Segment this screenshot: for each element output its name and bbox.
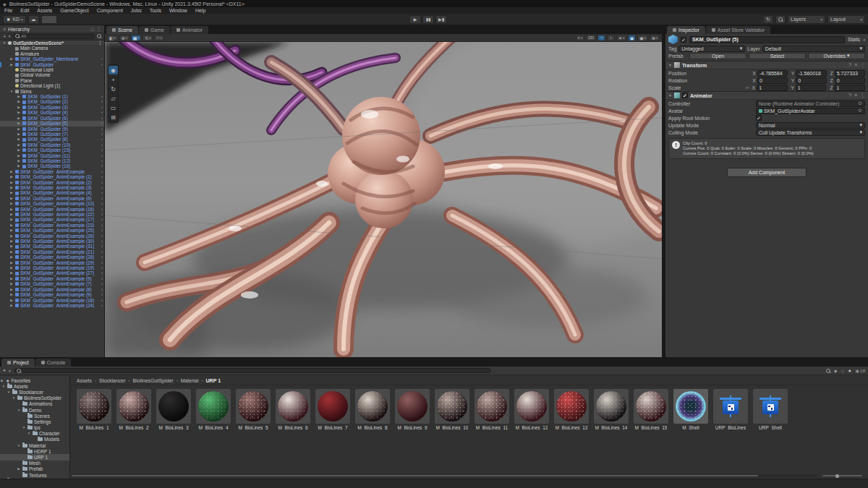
scene-viewport[interactable]: ◄ Persp ◉+↻▱▭⊞ [105,42,662,357]
hierarchy-item[interactable]: ▶SKM_GutSpider (2)› [0,99,104,104]
breadcrumb-item[interactable]: Material [181,378,199,383]
presets-icon[interactable]: ≡ [854,93,857,98]
animator-enabled-checkbox[interactable]: ✓ [682,93,688,98]
search-options-icon[interactable] [97,34,101,38]
avatar-field[interactable]: SKM_GutSpiderAvatar⊙ [756,108,865,114]
hierarchy-item[interactable]: ▶SKM_GutSpider_AnimExample (1)› [0,174,104,179]
folder-item-mesh[interactable]: Mesh [0,461,69,466]
static-dropdown[interactable]: ▾ [863,38,865,42]
asset-cell[interactable]: M_BioLines_14 [594,389,629,430]
foldout-arrow[interactable]: ▶ [9,276,14,281]
component-menu-icon[interactable]: ⋮ [860,62,865,68]
object-picker-icon[interactable]: ⊙ [858,100,862,106]
animator-foldout[interactable]: ▼ [668,93,672,98]
favorites-star-icon[interactable]: ★ [848,368,851,373]
hierarchy-item[interactable]: ▶SKM_GutSpider_AnimExample (29)› [0,260,104,265]
foldout-arrow[interactable]: ▶ [9,265,14,270]
foldout-arrow[interactable]: ▶ [17,163,21,168]
folder-item-scenes[interactable]: Scenes [0,413,69,419]
folder-item-demo[interactable]: ▼Demo [0,407,69,413]
asset-cell[interactable]: M_BioLines_13 [554,389,589,430]
transform-foldout[interactable]: ▼ [668,63,672,67]
folder-item-character[interactable]: ▼Character [0,431,69,437]
foldout-arrow[interactable]: ▶ [17,467,21,471]
hierarchy-item[interactable]: Global Volume [0,72,104,77]
prefab-open-arrow[interactable]: › [101,163,103,168]
foldout-arrow[interactable]: ▶ [9,244,14,249]
hierarchy-item[interactable]: Armature [0,51,104,56]
prefab-open-arrow[interactable]: › [101,196,103,201]
foldout-arrow[interactable]: ▶ [9,239,14,244]
foldout-arrow[interactable]: ▶ [9,260,14,265]
create-button[interactable]: + [3,33,7,40]
global-search-button[interactable] [775,15,786,24]
hierarchy-item[interactable]: ▶SKM_GutSpider_AnimExample (24)› [0,303,104,308]
grid-snap-icon[interactable]: ▦▾ [131,35,142,41]
hierarchy-item[interactable]: ▶SKM_GutSpider_AnimExample (8)› [0,287,104,292]
hierarchy-item[interactable]: ▶SKM_GutSpider (6)› [0,116,104,121]
asset-cell[interactable]: M_Shell [673,389,708,430]
hierarchy-item[interactable]: ▶SKM_GutSpider (15)› [0,147,104,153]
tab-asset-store-validator[interactable]: Asset Store Validator [706,26,770,34]
prefab-open-arrow[interactable]: › [101,137,103,142]
menu-item-file[interactable]: File [4,8,12,13]
asset-cell[interactable]: M_BioLines_8 [355,389,390,430]
2d-toggle[interactable]: 2D [586,35,596,41]
rotation-x-field[interactable]: 0 [757,77,788,84]
hierarchy-item[interactable]: ▶SKM_GutSpider_AnimExample (26)› [0,234,104,239]
folder-item-assets[interactable]: ▼Assets [0,383,69,389]
hierarchy-item[interactable]: Plane [0,78,104,83]
hierarchy-search-input[interactable]: All [12,34,95,39]
asset-cell[interactable]: URP_BioLines [713,389,748,430]
prefab-open-arrow[interactable]: › [101,249,103,254]
breadcrumb-item[interactable]: BiolinesGutSpider [133,378,174,383]
foldout-arrow[interactable]: ▶ [9,207,14,212]
foldout-arrow[interactable]: ▼ [9,89,14,94]
hierarchy-item[interactable]: ▶SKM_GutSpider (7)› [0,132,104,137]
favorites-item[interactable]: ▶★Favorites [0,377,69,383]
hierarchy-item[interactable]: ▶SKM_GutSpider (9)› [0,127,104,132]
hierarchy-item[interactable]: ▶SKM_GutSpider_AnimExample (22)› [0,212,104,217]
asset-cell[interactable]: URP_Shell [753,389,788,430]
hierarchy-item[interactable]: ▶SKM_GutSpider (3)› [0,105,104,110]
hierarchy-item[interactable]: ▼GutSpiderDemoScene*⋮ [0,40,104,46]
asset-cell[interactable]: M_BioLines_1 [77,389,111,430]
prefab-open-arrow[interactable]: › [101,201,103,206]
prefab-open-arrow[interactable]: › [101,212,103,217]
tab-scene[interactable]: Scene [106,26,138,34]
gameobject-name-field[interactable]: SKM_GutSpider (5) [689,36,845,43]
prefab-open-arrow[interactable]: › [101,180,103,185]
hierarchy-item[interactable]: ▶SKM_GutSpider_AnimExample (3)› [0,185,104,190]
gizmos-menu-icon[interactable]: ⊕▾ [650,35,660,41]
magnet-snap-icon[interactable]: ∩▾ [154,35,163,41]
menu-item-tools[interactable]: Tools [150,8,161,13]
foldout-arrow[interactable]: ▶ [17,153,21,158]
scale-tool-icon[interactable]: ▱ [109,94,118,103]
hierarchy-item[interactable]: ▶SKM_GutSpider_AnimExample (25)› [0,228,104,233]
scene-visibility-icon[interactable]: ◉ [628,35,636,41]
hierarchy-item[interactable]: ▶SKM_GutSpider_AnimExample› [0,169,104,174]
prefab-open-arrow[interactable]: › [101,190,103,195]
prefab-open-arrow[interactable]: › [101,281,103,286]
prefab-open-arrow[interactable]: › [101,116,103,121]
folder-item-textures[interactable]: Textures [0,472,69,478]
hierarchy-item[interactable]: ▶SKM_GutSpider (4)› [0,110,104,115]
foldout-arrow[interactable]: ▶ [9,185,14,190]
breadcrumb-item[interactable]: Stocklancer [99,378,126,383]
thumbnail-zoom-slider[interactable] [822,474,862,478]
hierarchy-item[interactable]: ▶SKM_GutSpider_AnimExample (23)› [0,223,104,228]
tab-animator[interactable]: Animator [171,26,208,34]
foldout-arrow[interactable]: ▶ [17,158,21,163]
position-y-field[interactable]: -1.560018 [796,70,826,77]
prefab-open-arrow[interactable]: › [101,234,103,239]
prefab-open-arrow[interactable]: › [101,185,103,190]
account-button[interactable]: ☻KD▾ [3,15,26,24]
foldout-arrow[interactable]: ▶ [17,94,21,99]
hierarchy-item[interactable]: ▶SKM_GutSpider_AnimExample (21)› [0,249,104,254]
cloud-services-button[interactable]: ☁ [28,15,39,24]
position-z-field[interactable]: 5.727333 [835,70,865,77]
hierarchy-item[interactable]: ▶SKM_GutSpider (11)› [0,153,104,158]
asset-cell[interactable]: M_BioLines_9 [395,389,430,430]
create-asset-button[interactable]: + [3,368,6,373]
hierarchy-item[interactable]: ▶SKM_GutSpider (12)› [0,158,104,163]
